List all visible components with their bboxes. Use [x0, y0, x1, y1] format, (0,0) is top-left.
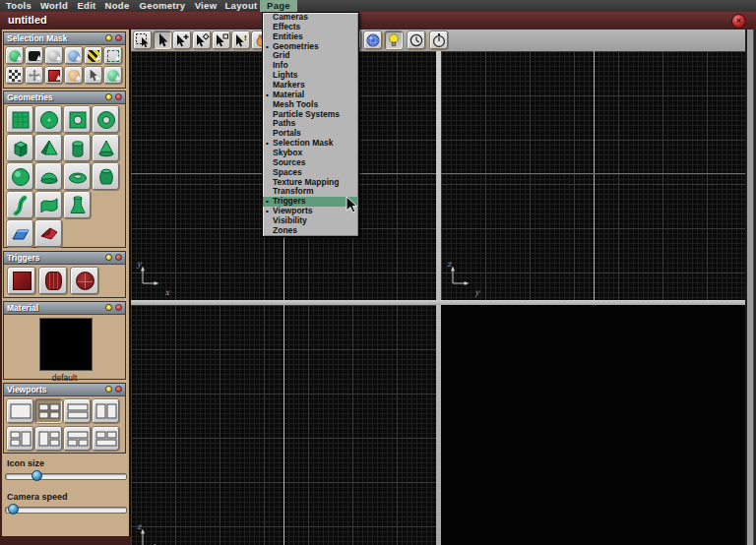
trigger-box-button[interactable] [8, 268, 35, 294]
layout-bottom-wide-icon [94, 430, 118, 448]
lights-toggle-button[interactable] [385, 31, 403, 49]
minimize-dot-icon[interactable] [105, 386, 112, 393]
minimize-dot-icon[interactable] [105, 93, 112, 100]
select-exclusive-button[interactable]: ! [232, 31, 250, 49]
camera-speed-slider-thumb[interactable] [8, 504, 19, 515]
marquee-select-button[interactable] [134, 31, 152, 49]
mask-move-button[interactable] [26, 67, 43, 84]
panel-triggers-header[interactable]: Triggers [4, 252, 125, 265]
box-trigger-icon [13, 272, 32, 290]
panel-material-header[interactable]: Material [4, 302, 125, 315]
menu-layout[interactable]: Layout [222, 0, 260, 12]
mask-pointer-button[interactable] [85, 67, 102, 84]
page-menu-item-zones[interactable]: Zones [263, 226, 358, 236]
geometry-torus-button[interactable] [64, 163, 91, 190]
geometry-hemisphere-button[interactable] [35, 163, 62, 190]
mask-red-square-button[interactable] [45, 67, 63, 84]
select-add-button[interactable] [173, 31, 191, 49]
geometry-tube-button[interactable] [64, 192, 91, 218]
geometry-red-quad-button[interactable] [35, 220, 62, 247]
close-dot-icon[interactable] [115, 254, 122, 261]
title-bar: untitled × [0, 12, 756, 30]
geometry-sphere-button[interactable] [7, 163, 33, 190]
menu-edit[interactable]: Edit [73, 0, 100, 12]
trigger-sphere-button[interactable] [71, 268, 98, 294]
mask-marquee-button[interactable] [104, 47, 122, 64]
minimize-dot-icon[interactable] [105, 304, 112, 311]
mask-hazard-button[interactable] [85, 47, 102, 64]
geometry-barrel-button[interactable] [93, 163, 119, 190]
geometry-pyramid-button[interactable] [35, 135, 62, 161]
panel-selection-mask-header[interactable]: Selection Mask [4, 32, 125, 45]
icon-size-slider-thumb[interactable] [32, 470, 42, 481]
geometry-ring-button[interactable] [93, 106, 119, 133]
minimize-dot-icon[interactable] [105, 254, 112, 261]
geometry-plane-button[interactable] [7, 106, 33, 133]
s-curve-icon [9, 194, 32, 217]
geometry-hollow-plane-button[interactable] [64, 106, 91, 133]
mask-hand-button[interactable] [65, 67, 83, 84]
menu-world[interactable]: World [35, 0, 73, 12]
menu-item-label: Entities [273, 31, 303, 41]
viewport-splitter-vertical[interactable] [436, 51, 441, 545]
select-vertex-button[interactable] [193, 31, 211, 49]
tube-icon [66, 194, 90, 217]
viewport-bottom-right[interactable] [441, 305, 745, 545]
close-icon[interactable]: × [731, 14, 746, 29]
icon-size-slider[interactable] [5, 473, 127, 480]
blue-sphere-icon [68, 50, 80, 62]
panel-title: Material [7, 303, 38, 313]
trigger-cylinder-button[interactable] [39, 268, 67, 294]
mask-checker-button[interactable] [6, 67, 24, 84]
panel-viewports-header[interactable]: Viewports [4, 384, 125, 396]
close-dot-icon[interactable] [115, 93, 122, 100]
mask-green-sphere-button[interactable] [6, 47, 24, 64]
layout-bottom-wide-button[interactable] [93, 427, 119, 451]
select-vertex-icon [194, 32, 210, 48]
material-preview[interactable] [39, 318, 93, 371]
geometry-cylinder-button[interactable] [64, 135, 91, 161]
geometry-blue-quad-button[interactable] [7, 220, 33, 247]
layout-left-pair-button[interactable] [7, 427, 33, 451]
clock-button[interactable] [408, 31, 425, 49]
mask-green-ball-button[interactable] [104, 67, 122, 84]
geometry-wave-button[interactable] [35, 192, 62, 218]
geometry-cube-button[interactable] [7, 135, 33, 161]
panel-title: Selection Mask [7, 33, 67, 43]
layout-top-wide-button[interactable] [64, 427, 91, 451]
menu-item-label: Cameras [273, 12, 308, 22]
layout-two-columns-button[interactable] [93, 399, 119, 423]
menu-view[interactable]: View [191, 0, 220, 12]
menu-node[interactable]: Node [100, 0, 134, 12]
origin-axis-horizontal [441, 173, 745, 174]
select-button[interactable] [154, 31, 171, 49]
cylinder-trigger-icon [45, 272, 62, 290]
mask-gray-sphere-button[interactable] [45, 47, 63, 64]
layout-two-rows-button[interactable] [64, 399, 91, 423]
select-face-icon [214, 32, 229, 48]
texture-sphere-button[interactable] [364, 31, 382, 49]
menu-geometry[interactable]: Geometry [134, 0, 191, 12]
viewport-bottom-left[interactable]: z [131, 305, 436, 545]
geometry-scurve-button[interactable] [7, 192, 33, 218]
viewport-splitter-horizontal[interactable] [131, 300, 745, 305]
mask-entity-button[interactable] [26, 47, 43, 64]
close-dot-icon[interactable] [115, 34, 122, 41]
camera-speed-slider[interactable] [5, 507, 127, 514]
window-bottom-frame [0, 536, 131, 545]
close-dot-icon[interactable] [115, 386, 122, 393]
select-face-button[interactable] [213, 31, 230, 49]
layout-quad-button[interactable] [35, 399, 62, 423]
viewport-top-right[interactable]: z y [441, 51, 745, 300]
panel-geometries-header[interactable]: Geometries [4, 91, 125, 104]
menu-tools[interactable]: Tools [2, 0, 35, 12]
layout-right-pair-button[interactable] [35, 427, 62, 451]
menu-page[interactable]: Page [260, 0, 297, 12]
minimize-dot-icon[interactable] [105, 34, 112, 41]
geometry-cone-button[interactable] [93, 135, 119, 161]
geometry-disc-button[interactable] [35, 106, 62, 133]
layout-single-button[interactable] [7, 399, 33, 423]
stopwatch-button[interactable] [430, 31, 448, 49]
close-dot-icon[interactable] [115, 304, 122, 311]
mask-blue-sphere-button[interactable] [65, 47, 83, 64]
